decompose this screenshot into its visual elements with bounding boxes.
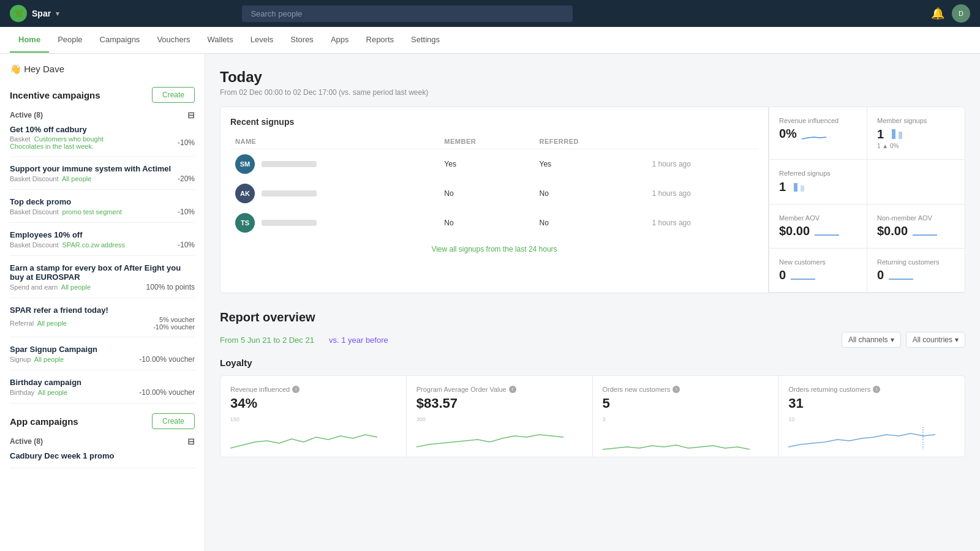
- today-subtitle: From 02 Dec 00:00 to 02 Dec 17:00 (vs. s…: [220, 88, 965, 97]
- loyalty-card-returning-orders: Orders returning customers i 31 10: [778, 376, 965, 457]
- sparkline-chart: [802, 128, 826, 140]
- returning-customers-chart: [889, 269, 913, 282]
- list-item: Spar Signup Campaign Signup All people -…: [10, 345, 195, 370]
- tab-stores[interactable]: Stores: [282, 28, 322, 53]
- view-all-signups-link[interactable]: View all signups from the last 24 hours: [230, 238, 758, 261]
- stat-member-aov: Member AOV $0.00: [769, 204, 867, 249]
- stat-referred-signups: Referred signups 1: [769, 160, 867, 204]
- loyalty-section: Loyalty Revenue influenced i 34% 150: [220, 358, 965, 457]
- report-overview-title: Report overview: [220, 310, 965, 324]
- member-aov-chart: [815, 225, 839, 238]
- search-bar[interactable]: [242, 6, 573, 22]
- tab-apps[interactable]: Apps: [322, 28, 358, 53]
- referred-signups-chart: [791, 179, 809, 194]
- sidebar: 👋 Hey Dave Incentive campaigns Create Ac…: [0, 54, 205, 551]
- list-item: Cadbury Dec week 1 promo: [10, 451, 195, 468]
- tab-campaigns[interactable]: Campaigns: [91, 28, 149, 53]
- tab-home[interactable]: Home: [10, 28, 49, 53]
- returning-orders-chart: [788, 424, 955, 451]
- revenue-chart: [230, 424, 396, 451]
- member-signups-chart: [889, 127, 907, 141]
- loyalty-card-aov: Program Average Order Value i $83.57 300: [407, 376, 593, 457]
- signups-title: Recent signups: [230, 117, 758, 127]
- greeting: 👋 Hey Dave: [10, 64, 195, 75]
- collapse-icon[interactable]: ⊟: [187, 110, 195, 120]
- stat-non-member-aov: Non-member AOV $0.00: [867, 204, 965, 249]
- returning-orders-chart-area: 10: [788, 416, 955, 447]
- app-campaigns-header: App campaigns Create: [10, 413, 195, 429]
- col-member: MEMBER: [439, 134, 534, 149]
- tab-levels[interactable]: Levels: [242, 28, 282, 53]
- aov-chart-area: 300: [417, 416, 582, 447]
- revenue-chart-area: 150: [230, 416, 396, 447]
- report-filters: From 5 Jun 21 to 2 Dec 21 vs. 1 year bef…: [220, 332, 965, 348]
- col-time: [647, 134, 758, 149]
- signups-table: NAME MEMBER REFERRED SM: [230, 134, 758, 238]
- brand-chevron: ▾: [56, 10, 59, 18]
- incentive-campaigns-title: Incentive campaigns: [10, 90, 100, 100]
- signups-panel: Recent signups NAME MEMBER REFERRED: [221, 107, 769, 293]
- svg-rect-1: [899, 132, 902, 139]
- create-app-button[interactable]: Create: [152, 413, 195, 429]
- tab-settings[interactable]: Settings: [402, 28, 448, 53]
- tab-reports[interactable]: Reports: [358, 28, 403, 53]
- table-row: SM Yes Yes 1 hours ago: [230, 149, 758, 179]
- countries-chevron: ▾: [955, 335, 959, 344]
- all-countries-dropdown[interactable]: All countries ▾: [906, 332, 965, 348]
- today-card: Recent signups NAME MEMBER REFERRED: [220, 107, 965, 293]
- loyalty-card-new-orders: Orders new customers i 5 3: [593, 376, 779, 457]
- app-campaigns-title: App campaigns: [10, 416, 78, 427]
- list-item: SPAR refer a friend today! Referral All …: [10, 305, 195, 337]
- table-row: AK No No 1 hours ago: [230, 179, 758, 208]
- loyalty-card-revenue: Revenue influenced i 34% 150: [221, 376, 407, 457]
- main-content: Today From 02 Dec 00:00 to 02 Dec 17:00 …: [205, 54, 980, 551]
- stats-grid: Revenue influenced 0% Member signups 1: [769, 107, 965, 293]
- new-orders-chart-area: 3: [603, 416, 769, 447]
- vs-period-filter[interactable]: vs. 1 year before: [329, 335, 388, 345]
- all-channels-dropdown[interactable]: All channels ▾: [842, 332, 901, 348]
- list-item: Birthday campaign Birthday All people -1…: [10, 378, 195, 403]
- list-item: Employees 10% off Basket Discount SPAR.c…: [10, 230, 195, 256]
- channels-chevron: ▾: [891, 335, 894, 344]
- user-avatar[interactable]: D: [952, 4, 970, 23]
- page-layout: 👋 Hey Dave Incentive campaigns Create Ac…: [0, 54, 980, 551]
- date-range-filter[interactable]: From 5 Jun 21 to 2 Dec 21: [220, 335, 314, 345]
- svg-rect-3: [801, 186, 804, 192]
- tab-vouchers[interactable]: Vouchers: [148, 28, 198, 53]
- search-input[interactable]: [242, 6, 573, 22]
- create-incentive-button[interactable]: Create: [152, 87, 195, 103]
- avatar: AK: [235, 184, 255, 203]
- stat-member-signups: Member signups 1 1 ▲ 0%: [867, 107, 965, 160]
- tab-wallets[interactable]: Wallets: [199, 28, 242, 53]
- stat-returning-customers: Returning customers 0: [867, 249, 965, 293]
- incentive-campaigns-header: Incentive campaigns Create: [10, 87, 195, 103]
- name-blurred: [262, 220, 317, 226]
- col-referred: REFERRED: [535, 134, 647, 149]
- brand-name: Spar: [32, 9, 51, 18]
- name-blurred: [262, 161, 317, 167]
- table-row: TS No No 1 hours ago: [230, 208, 758, 238]
- info-icon[interactable]: i: [509, 386, 516, 393]
- list-item: Support your immune system with Actimel …: [10, 164, 195, 190]
- info-icon[interactable]: i: [673, 386, 680, 393]
- info-icon[interactable]: i: [873, 386, 880, 393]
- aov-chart: [417, 424, 582, 451]
- list-item: Earn a stamp for every box of After Eigh…: [10, 263, 195, 298]
- list-item: Get 10% off cadbury Basket Customers who…: [10, 125, 195, 157]
- notification-bell-icon[interactable]: 🔔: [931, 7, 944, 20]
- avatar: TS: [235, 213, 255, 233]
- svg-rect-0: [892, 129, 895, 139]
- today-section: Today From 02 Dec 00:00 to 02 Dec 17:00 …: [220, 69, 965, 293]
- loyalty-cards: Revenue influenced i 34% 150: [220, 375, 965, 457]
- stat-new-customers: New customers 0: [769, 249, 867, 293]
- new-orders-chart: [603, 424, 769, 451]
- tab-people[interactable]: People: [49, 28, 91, 53]
- app-collapse-icon[interactable]: ⊟: [187, 437, 195, 446]
- list-item: Top deck promo Basket Discount promo tes…: [10, 197, 195, 223]
- logo-area[interactable]: 🌿 Spar ▾: [10, 5, 59, 22]
- name-blurred: [262, 190, 317, 197]
- info-icon[interactable]: i: [292, 386, 300, 393]
- today-title: Today: [220, 69, 965, 86]
- nav-right: 🔔 D: [931, 4, 970, 23]
- stat-empty: [867, 160, 965, 204]
